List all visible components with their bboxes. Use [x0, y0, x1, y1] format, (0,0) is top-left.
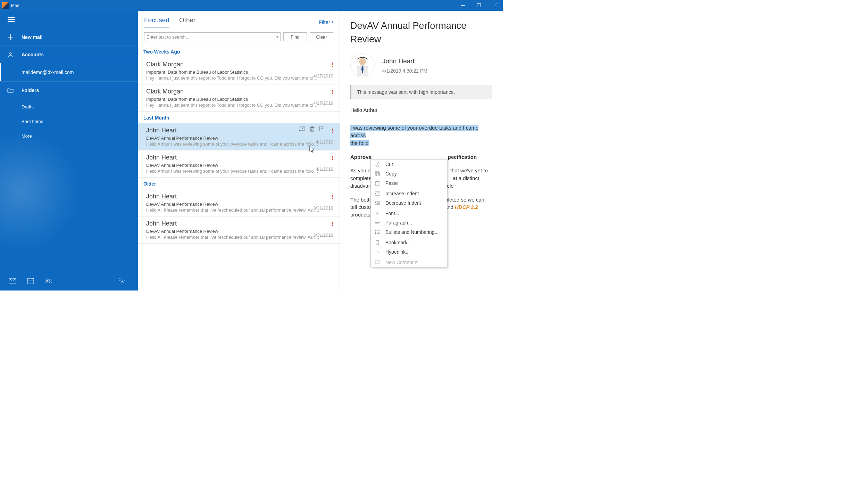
tab-other[interactable]: Other	[179, 16, 196, 27]
menu-bullets[interactable]: Bullets and Numbering...	[371, 227, 447, 237]
delete-icon[interactable]	[310, 126, 315, 133]
importance-banner: This message was sent with high importan…	[350, 85, 492, 99]
preview: Hello Arthur I was reviewing some of you…	[146, 141, 320, 147]
date: 3/31/2019	[313, 205, 333, 211]
svg-point-15	[46, 279, 48, 281]
minimize-button[interactable]	[455, 0, 471, 11]
folder-more[interactable]: More	[0, 129, 138, 143]
subject: Important: Data from the Bureau of Labor…	[146, 97, 334, 102]
subject: DevAV Annual Performance Review	[146, 229, 334, 234]
calendar-icon[interactable]	[22, 277, 40, 284]
window-title: Mail	[11, 3, 19, 8]
filter-dropdown[interactable]: Filter ▾	[319, 19, 333, 25]
message-list-pane: Focused Other Filter ▾ Enter text to sea…	[138, 11, 340, 291]
subject: DevAV Annual Performance Review	[146, 163, 334, 168]
date: 3/31/2019	[313, 232, 333, 238]
comment-icon	[374, 260, 381, 264]
svg-point-54	[375, 233, 376, 234]
svg-rect-19	[310, 128, 314, 131]
paste-icon	[374, 181, 381, 186]
sender: John Heart	[146, 154, 334, 161]
link-icon	[374, 250, 381, 254]
folder-sent-items[interactable]: Sent Items	[0, 114, 138, 129]
context-menu: Cut Copy Paste Increase Indent Decrease …	[370, 159, 447, 267]
search-input[interactable]: Enter text to search... ▾	[144, 32, 281, 41]
app-icon	[2, 2, 9, 9]
folder-drafts[interactable]: Drafts	[0, 99, 138, 114]
sidebar: New mail Accounts maildemo@dx-mail.com F…	[0, 11, 138, 291]
svg-rect-37	[376, 173, 379, 176]
menu-new-comment: New Comment	[371, 257, 447, 267]
new-mail-label: New mail	[22, 34, 43, 40]
mail-item[interactable]: John HeartDevAV Annual Performance Revie…	[138, 216, 340, 244]
group-header: Older	[138, 178, 340, 189]
svg-rect-38	[376, 181, 379, 186]
svg-rect-36	[375, 172, 378, 175]
preview: Hello All Please remember that I've resc…	[146, 235, 320, 240]
close-button[interactable]	[487, 0, 503, 11]
date: 4/1/2019	[316, 139, 333, 145]
person-icon	[7, 52, 14, 57]
subject: Important: Data from the Bureau of Labor…	[146, 69, 334, 75]
svg-point-16	[50, 279, 51, 281]
menu-cut[interactable]: Cut	[371, 159, 447, 169]
menu-paragraph[interactable]: Paragraph...	[371, 218, 447, 227]
titlebar: Mail	[0, 0, 503, 11]
mail-item[interactable]: John HeartDevAV Annual Performance Revie…	[138, 150, 340, 178]
account-item[interactable]: maildemo@dx-mail.com	[0, 63, 138, 81]
greeting: Hello Arthur	[350, 106, 492, 114]
accounts-header[interactable]: Accounts	[0, 46, 138, 63]
menu-hyperlink[interactable]: Hyperlink...	[371, 247, 447, 256]
svg-point-17	[121, 280, 123, 282]
group-header: Two Weeks Ago	[138, 46, 340, 57]
settings-icon[interactable]	[113, 277, 131, 284]
svg-point-26	[359, 58, 366, 65]
menu-decrease-indent[interactable]: Decrease Indent	[371, 198, 447, 207]
bookmark-icon	[374, 240, 381, 245]
find-button[interactable]: Find	[283, 32, 307, 41]
message-title: DevAV Annual Performance Review	[350, 19, 492, 46]
importance-icon: !	[331, 128, 333, 134]
importance-icon: !	[331, 155, 333, 162]
mail-item[interactable]: Clark MorganImportant: Data from the Bur…	[138, 57, 340, 84]
mail-item[interactable]: Clark MorganImportant: Data from the Bur…	[138, 84, 340, 112]
clear-button[interactable]: Clear	[310, 32, 333, 41]
indent-left-icon	[374, 201, 381, 205]
selected-text: I was reviewing some of your overdue tas…	[350, 125, 478, 138]
inbox-tabs: Focused Other	[144, 16, 195, 27]
subject: DevAV Annual Performance Review	[146, 136, 334, 141]
sender: John Heart	[146, 193, 334, 200]
copy-icon	[374, 171, 381, 176]
mail-icon[interactable]	[3, 278, 22, 284]
folders-header[interactable]: Folders	[0, 82, 138, 99]
svg-rect-58	[375, 261, 379, 263]
hamburger-button[interactable]	[0, 11, 138, 28]
tab-focused[interactable]: Focused	[144, 16, 169, 27]
folder-icon	[7, 88, 14, 93]
preview: Hello All Please remember that I've resc…	[146, 207, 320, 213]
menu-increase-indent[interactable]: Increase Indent	[371, 189, 447, 198]
sent-datetime: 4/1/2019 4:30:22 PM	[382, 67, 427, 74]
mail-item[interactable]: John HeartDevAV Annual Performance Revie…	[138, 189, 340, 216]
menu-bookmark[interactable]: Bookmark...	[371, 238, 447, 247]
mail-item[interactable]: John HeartDevAV Annual Performance Revie…	[138, 123, 340, 150]
new-mail-button[interactable]: New mail	[0, 28, 138, 46]
people-icon[interactable]	[40, 278, 58, 284]
subject: DevAV Annual Performance Review	[146, 202, 334, 207]
svg-rect-1	[477, 4, 481, 7]
sender-name: John Heart	[382, 56, 427, 66]
flag-icon[interactable]	[319, 126, 324, 133]
menu-font[interactable]: AFont...	[371, 208, 447, 218]
svg-rect-11	[27, 278, 34, 284]
avatar	[350, 53, 375, 77]
menu-copy[interactable]: Copy	[371, 169, 447, 178]
menu-paste[interactable]: Paste	[371, 178, 447, 188]
preview: Hey Hanna I just sent this report to Tod…	[146, 75, 320, 81]
reply-icon[interactable]	[299, 126, 306, 133]
date: 4/27/2019	[313, 100, 333, 106]
maximize-button[interactable]	[471, 0, 487, 11]
importance-icon: !	[331, 89, 333, 96]
preview: Hello Arthur I was reviewing some of you…	[146, 169, 320, 174]
svg-point-9	[9, 52, 11, 55]
paragraph-icon	[374, 221, 381, 225]
